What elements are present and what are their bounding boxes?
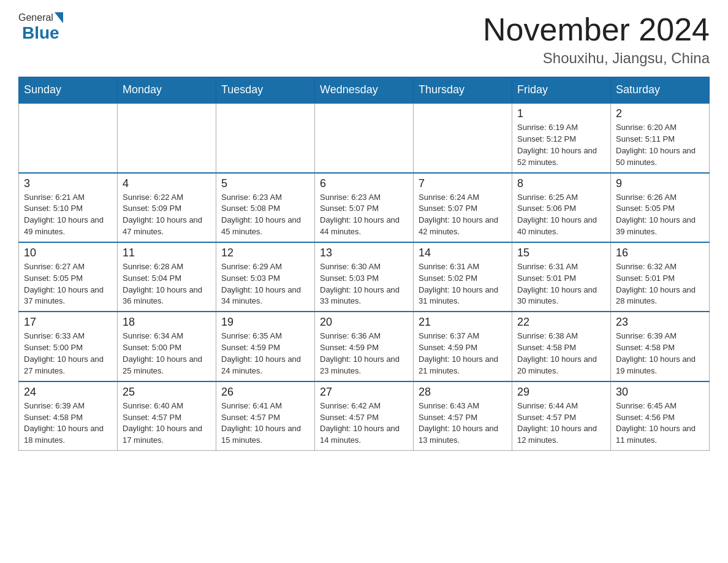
calendar-cell: 23Sunrise: 6:39 AM Sunset: 4:58 PM Dayli…	[611, 312, 710, 381]
day-info: Sunrise: 6:30 AM Sunset: 5:03 PM Dayligh…	[320, 261, 408, 307]
week-row-3: 10Sunrise: 6:27 AM Sunset: 5:05 PM Dayli…	[19, 242, 710, 312]
calendar-cell: 19Sunrise: 6:35 AM Sunset: 4:59 PM Dayli…	[216, 312, 315, 381]
day-info: Sunrise: 6:26 AM Sunset: 5:05 PM Dayligh…	[616, 192, 704, 238]
day-number: 15	[517, 247, 605, 259]
day-info: Sunrise: 6:39 AM Sunset: 4:58 PM Dayligh…	[24, 400, 112, 446]
calendar-cell: 6Sunrise: 6:23 AM Sunset: 5:07 PM Daylig…	[315, 173, 414, 242]
calendar-cell: 25Sunrise: 6:40 AM Sunset: 4:57 PM Dayli…	[118, 381, 216, 451]
day-info: Sunrise: 6:36 AM Sunset: 4:59 PM Dayligh…	[320, 331, 408, 377]
calendar-cell: 1Sunrise: 6:19 AM Sunset: 5:12 PM Daylig…	[512, 103, 611, 172]
header-row: SundayMondayTuesdayWednesdayThursdayFrid…	[19, 77, 710, 104]
day-info: Sunrise: 6:22 AM Sunset: 5:09 PM Dayligh…	[123, 192, 211, 238]
header: General Blue November 2024 Shouxihu, Jia…	[18, 12, 710, 67]
calendar-cell	[216, 103, 315, 172]
day-header-sunday: Sunday	[19, 77, 118, 104]
calendar-cell: 24Sunrise: 6:39 AM Sunset: 4:58 PM Dayli…	[19, 381, 118, 451]
day-info: Sunrise: 6:23 AM Sunset: 5:07 PM Dayligh…	[320, 192, 408, 238]
day-number: 11	[123, 247, 211, 259]
day-info: Sunrise: 6:38 AM Sunset: 4:58 PM Dayligh…	[517, 331, 605, 377]
day-number: 14	[419, 247, 507, 259]
day-header-friday: Friday	[512, 77, 611, 104]
calendar-cell: 12Sunrise: 6:29 AM Sunset: 5:03 PM Dayli…	[216, 242, 315, 312]
calendar-cell: 22Sunrise: 6:38 AM Sunset: 4:58 PM Dayli…	[512, 312, 611, 381]
day-number: 22	[517, 316, 605, 329]
week-row-1: 1Sunrise: 6:19 AM Sunset: 5:12 PM Daylig…	[19, 103, 710, 172]
day-number: 5	[221, 177, 309, 190]
day-number: 4	[123, 177, 211, 190]
day-info: Sunrise: 6:31 AM Sunset: 5:02 PM Dayligh…	[419, 261, 507, 307]
day-number: 8	[517, 177, 605, 190]
calendar-cell: 9Sunrise: 6:26 AM Sunset: 5:05 PM Daylig…	[611, 173, 710, 242]
day-info: Sunrise: 6:23 AM Sunset: 5:08 PM Dayligh…	[221, 192, 309, 238]
day-header-saturday: Saturday	[611, 77, 710, 104]
day-number: 3	[24, 177, 112, 190]
day-number: 29	[517, 386, 605, 399]
day-number: 19	[221, 316, 309, 329]
calendar-cell: 28Sunrise: 6:43 AM Sunset: 4:57 PM Dayli…	[414, 381, 512, 451]
calendar-cell	[414, 103, 512, 172]
day-info: Sunrise: 6:32 AM Sunset: 5:01 PM Dayligh…	[616, 261, 704, 307]
day-number: 1	[517, 107, 605, 120]
calendar-cell: 11Sunrise: 6:28 AM Sunset: 5:04 PM Dayli…	[118, 242, 216, 312]
calendar-cell: 3Sunrise: 6:21 AM Sunset: 5:10 PM Daylig…	[19, 173, 118, 242]
day-number: 9	[616, 177, 704, 190]
week-row-4: 17Sunrise: 6:33 AM Sunset: 5:00 PM Dayli…	[19, 312, 710, 381]
day-info: Sunrise: 6:40 AM Sunset: 4:57 PM Dayligh…	[123, 400, 211, 446]
logo: General Blue	[18, 12, 64, 43]
day-number: 24	[24, 386, 112, 399]
day-info: Sunrise: 6:27 AM Sunset: 5:05 PM Dayligh…	[24, 261, 112, 307]
day-info: Sunrise: 6:37 AM Sunset: 4:59 PM Dayligh…	[419, 331, 507, 377]
day-info: Sunrise: 6:41 AM Sunset: 4:57 PM Dayligh…	[221, 400, 309, 446]
day-info: Sunrise: 6:28 AM Sunset: 5:04 PM Dayligh…	[123, 261, 211, 307]
calendar-cell: 10Sunrise: 6:27 AM Sunset: 5:05 PM Dayli…	[19, 242, 118, 312]
calendar-cell: 4Sunrise: 6:22 AM Sunset: 5:09 PM Daylig…	[118, 173, 216, 242]
calendar-cell: 30Sunrise: 6:45 AM Sunset: 4:56 PM Dayli…	[611, 381, 710, 451]
day-info: Sunrise: 6:42 AM Sunset: 4:57 PM Dayligh…	[320, 400, 408, 446]
calendar-cell: 14Sunrise: 6:31 AM Sunset: 5:02 PM Dayli…	[414, 242, 512, 312]
day-number: 7	[419, 177, 507, 190]
day-info: Sunrise: 6:39 AM Sunset: 4:58 PM Dayligh…	[616, 331, 704, 377]
day-number: 23	[616, 316, 704, 329]
day-number: 13	[320, 247, 408, 259]
day-info: Sunrise: 6:21 AM Sunset: 5:10 PM Dayligh…	[24, 192, 112, 238]
calendar-table: SundayMondayTuesdayWednesdayThursdayFrid…	[18, 77, 710, 451]
day-number: 26	[221, 386, 309, 399]
day-info: Sunrise: 6:45 AM Sunset: 4:56 PM Dayligh…	[616, 400, 704, 446]
day-number: 27	[320, 386, 408, 399]
day-header-thursday: Thursday	[414, 77, 512, 104]
day-info: Sunrise: 6:31 AM Sunset: 5:01 PM Dayligh…	[517, 261, 605, 307]
day-header-monday: Monday	[118, 77, 216, 104]
day-number: 10	[24, 247, 112, 259]
day-info: Sunrise: 6:29 AM Sunset: 5:03 PM Dayligh…	[221, 261, 309, 307]
calendar-cell: 26Sunrise: 6:41 AM Sunset: 4:57 PM Dayli…	[216, 381, 315, 451]
calendar-cell: 18Sunrise: 6:34 AM Sunset: 5:00 PM Dayli…	[118, 312, 216, 381]
logo-blue-text: Blue	[22, 23, 59, 42]
calendar-cell: 13Sunrise: 6:30 AM Sunset: 5:03 PM Dayli…	[315, 242, 414, 312]
calendar-cell: 7Sunrise: 6:24 AM Sunset: 5:07 PM Daylig…	[414, 173, 512, 242]
calendar-cell: 20Sunrise: 6:36 AM Sunset: 4:59 PM Dayli…	[315, 312, 414, 381]
day-info: Sunrise: 6:35 AM Sunset: 4:59 PM Dayligh…	[221, 331, 309, 377]
day-number: 2	[616, 107, 704, 120]
calendar-cell	[315, 103, 414, 172]
calendar-cell	[118, 103, 216, 172]
calendar-cell: 17Sunrise: 6:33 AM Sunset: 5:00 PM Dayli…	[19, 312, 118, 381]
calendar-cell	[19, 103, 118, 172]
calendar-cell: 15Sunrise: 6:31 AM Sunset: 5:01 PM Dayli…	[512, 242, 611, 312]
calendar-cell: 29Sunrise: 6:44 AM Sunset: 4:57 PM Dayli…	[512, 381, 611, 451]
day-number: 30	[616, 386, 704, 399]
day-number: 18	[123, 316, 211, 329]
month-title: November 2024	[483, 12, 710, 47]
day-number: 17	[24, 316, 112, 329]
logo-triangle-icon	[55, 12, 63, 23]
day-info: Sunrise: 6:44 AM Sunset: 4:57 PM Dayligh…	[517, 400, 605, 446]
day-info: Sunrise: 6:43 AM Sunset: 4:57 PM Dayligh…	[419, 400, 507, 446]
day-header-tuesday: Tuesday	[216, 77, 315, 104]
calendar-cell: 8Sunrise: 6:25 AM Sunset: 5:06 PM Daylig…	[512, 173, 611, 242]
calendar-cell: 2Sunrise: 6:20 AM Sunset: 5:11 PM Daylig…	[611, 103, 710, 172]
week-row-5: 24Sunrise: 6:39 AM Sunset: 4:58 PM Dayli…	[19, 381, 710, 451]
location-title: Shouxihu, Jiangsu, China	[483, 50, 710, 67]
day-info: Sunrise: 6:25 AM Sunset: 5:06 PM Dayligh…	[517, 192, 605, 238]
calendar-cell: 21Sunrise: 6:37 AM Sunset: 4:59 PM Dayli…	[414, 312, 512, 381]
day-info: Sunrise: 6:33 AM Sunset: 5:00 PM Dayligh…	[24, 331, 112, 377]
calendar-cell: 27Sunrise: 6:42 AM Sunset: 4:57 PM Dayli…	[315, 381, 414, 451]
